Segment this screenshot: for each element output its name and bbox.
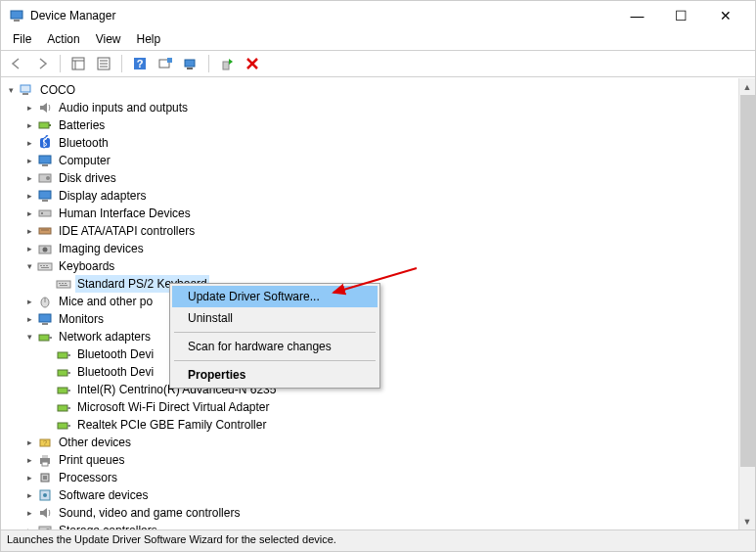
svg-rect-46 [42,323,48,325]
expand-icon[interactable]: ▾ [5,84,17,96]
uninstall-button[interactable] [241,53,264,74]
svg-rect-62 [42,455,48,458]
expand-icon[interactable]: ▸ [23,472,35,483]
tree-category[interactable]: ▸Human Interface Devices [1,205,755,222]
svg-rect-65 [43,476,47,480]
scan-button[interactable] [154,53,177,74]
device-icon [37,505,53,521]
expand-icon[interactable]: ▸ [23,296,35,307]
scroll-up-icon[interactable]: ▲ [739,78,755,95]
enable-button[interactable] [215,53,239,74]
expand-icon[interactable] [42,348,54,360]
svg-rect-63 [42,462,48,466]
device-label: Bluetooth Devi [75,345,156,363]
device-icon [56,417,71,433]
svg-rect-45 [39,314,51,322]
expand-icon[interactable]: ▸ [23,102,35,114]
menu-action[interactable]: Action [39,30,87,50]
device-icon [56,346,71,362]
expand-icon[interactable]: ▸ [23,507,35,519]
tree-device[interactable]: Microsoft Wi-Fi Direct Virtual Adapter [1,398,755,416]
menubar: File Action View Help [1,30,755,50]
expand-icon[interactable]: ▸ [23,190,35,202]
ctx-properties[interactable]: Properties [172,364,378,386]
device-icon [19,82,34,98]
menu-file[interactable]: File [5,30,39,50]
expand-icon[interactable]: ▸ [23,454,35,466]
properties-button[interactable] [92,53,115,74]
ctx-update-driver[interactable]: Update Driver Software... [172,286,378,307]
tree-category[interactable]: ▸?Other devices [1,434,755,451]
ctx-scan[interactable]: Scan for hardware changes [172,336,378,357]
expand-icon[interactable] [42,384,54,395]
expand-icon[interactable]: ▸ [23,119,35,131]
svg-rect-13 [185,60,195,67]
forward-button[interactable] [30,53,54,74]
tree-category[interactable]: ▸Audio inputs and outputs [1,99,755,116]
expand-icon[interactable]: ▸ [23,437,35,448]
tree-category[interactable]: ▸Display adapters [1,187,755,205]
menu-view[interactable]: View [88,30,129,50]
expand-icon[interactable] [42,366,54,378]
ctx-separator [174,332,376,333]
tree-category[interactable]: ▾Keyboards [1,257,755,275]
show-hidden-button[interactable] [67,53,90,74]
tree-category[interactable]: ▸IDE ATA/ATAPI controllers [1,222,755,240]
menu-help[interactable]: Help [129,30,169,50]
expand-icon[interactable] [42,401,54,413]
expand-icon[interactable] [42,419,54,431]
expand-icon[interactable]: ▸ [23,313,35,325]
svg-rect-35 [43,265,45,266]
svg-rect-22 [42,164,48,166]
tree-device[interactable]: Realtek PCIe GBE Family Controller [1,416,755,434]
svg-rect-52 [67,372,70,374]
svg-rect-27 [39,210,51,216]
svg-rect-48 [49,337,52,339]
expand-icon[interactable] [42,278,54,290]
tree-category[interactable]: ▸Batteries [1,116,755,134]
help-button[interactable]: ? [128,53,152,74]
expand-icon[interactable]: ▾ [23,260,35,272]
back-button[interactable] [5,53,28,74]
minimize-button[interactable]: — [615,1,659,30]
device-label: Disk drives [57,169,118,187]
device-icon [37,487,53,503]
svg-point-32 [43,248,48,253]
tree-category[interactable]: ▸Software devices [1,486,755,504]
expand-icon[interactable]: ▸ [23,243,35,254]
svg-rect-39 [59,283,61,284]
svg-rect-33 [38,263,52,270]
tree-category[interactable]: ▸Sound, video and game controllers [1,504,755,522]
tree-category[interactable]: ▸Computer [1,152,755,169]
ctx-separator [174,360,376,361]
tree-category[interactable]: ▸Storage controllers [1,522,755,529]
expand-icon[interactable]: ▸ [23,172,35,184]
ctx-uninstall[interactable]: Uninstall [172,307,378,329]
svg-rect-37 [41,267,49,268]
expand-icon[interactable]: ▸ [23,225,35,237]
device-tree: ▾COCO▸Audio inputs and outputs▸Batteries… [1,77,755,529]
scroll-thumb[interactable] [740,95,755,467]
tree-category[interactable]: ▸Print queues [1,451,755,469]
device-label: IDE ATA/ATAPI controllers [57,222,197,240]
expand-icon[interactable]: ▸ [23,207,35,219]
device-label: Bluetooth [57,134,111,152]
svg-rect-49 [58,352,67,358]
expand-icon[interactable]: ▸ [23,137,35,149]
update-driver-button[interactable] [179,53,202,74]
tree-category[interactable]: ▸Bluetooth [1,134,755,152]
tree-category[interactable]: ▸Disk drives [1,169,755,187]
scroll-down-icon[interactable]: ▼ [739,513,755,529]
expand-icon[interactable]: ▸ [23,155,35,166]
tree-category[interactable]: ▸Processors [1,469,755,486]
tree-category[interactable]: ▸Imaging devices [1,240,755,257]
tree-root[interactable]: ▾COCO [1,81,755,99]
maximize-button[interactable]: ☐ [659,1,703,30]
close-button[interactable]: ✕ [703,1,747,30]
vertical-scrollbar[interactable]: ▲ ▼ [738,78,755,529]
expand-icon[interactable]: ▾ [23,331,35,343]
device-icon [37,523,53,529]
device-icon [56,364,71,380]
expand-icon[interactable]: ▸ [23,489,35,501]
svg-rect-18 [39,122,49,128]
